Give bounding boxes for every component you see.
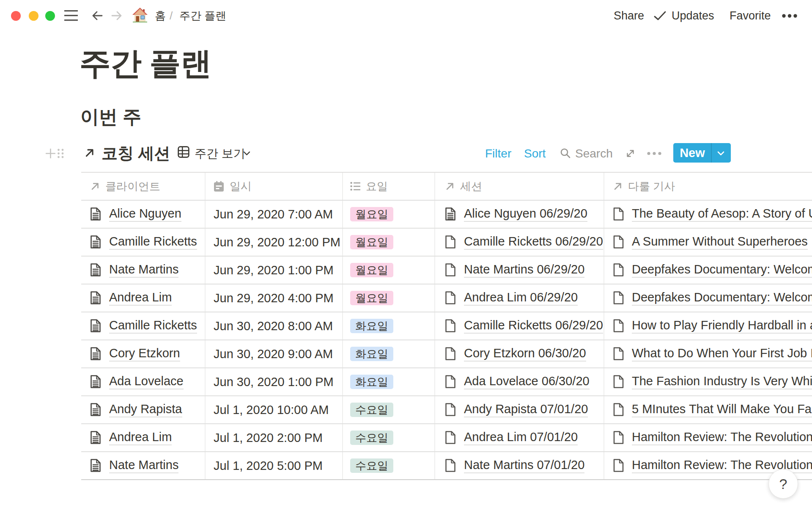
table-view-icon	[178, 146, 189, 158]
filter-button[interactable]: Filter	[485, 146, 511, 161]
view-switcher[interactable]: 주간 보기	[195, 146, 245, 161]
article-cell[interactable]: 5 MInutes That Will Make You Fall	[604, 396, 812, 423]
breadcrumb-home[interactable]: 홈	[155, 9, 166, 22]
date-cell[interactable]: Jun 29, 2020 4:00 PM	[206, 284, 343, 312]
session-cell[interactable]: Camille Ricketts 06/29/20	[435, 229, 604, 256]
article-cell[interactable]: Deepfakes Documentary: Welcome	[604, 257, 812, 284]
new-button[interactable]: New	[673, 143, 731, 163]
sidebar-menu-icon[interactable]	[64, 10, 79, 21]
session-cell[interactable]: Alice Nguyen 06/29/20	[435, 201, 604, 228]
article-cell[interactable]: A Summer Without Superheroes	[604, 229, 812, 256]
date-cell[interactable]: Jul 1, 2020 5:00 PM	[206, 452, 343, 479]
more-options-icon[interactable]	[782, 14, 799, 18]
day-cell[interactable]: 수요일	[343, 452, 435, 479]
client-cell[interactable]: Nate Martins	[81, 257, 206, 284]
new-chevron-icon[interactable]	[717, 151, 724, 156]
document-icon	[90, 291, 101, 305]
article-cell[interactable]: Deepfakes Documentary: Welcome	[604, 284, 812, 312]
add-block-icon[interactable]	[46, 149, 55, 158]
day-cell[interactable]: 수요일	[343, 424, 435, 451]
column-header-1[interactable]: 일시	[206, 173, 343, 200]
day-tag: 월요일	[350, 291, 393, 305]
day-cell[interactable]: 화요일	[343, 368, 435, 395]
help-button[interactable]: ?	[768, 469, 798, 499]
column-header-label: 세션	[460, 179, 482, 194]
date-cell[interactable]: Jun 29, 2020 1:00 PM	[206, 257, 343, 284]
share-button[interactable]: Share	[614, 9, 644, 22]
collection-title[interactable]: 코칭 세션	[102, 143, 170, 164]
client-cell[interactable]: Ada Lovelace	[81, 368, 206, 395]
date-cell[interactable]: Jul 1, 2020 10:00 AM	[206, 396, 343, 423]
day-tag: 수요일	[350, 458, 393, 473]
date-cell[interactable]: Jun 30, 2020 1:00 PM	[206, 368, 343, 395]
date-cell[interactable]: Jul 1, 2020 2:00 PM	[206, 424, 343, 451]
session-cell[interactable]: Andrea Lim 07/01/20	[435, 424, 604, 451]
page-icon	[613, 263, 624, 277]
document-icon	[90, 375, 101, 389]
client-cell[interactable]: Cory Etzkorn	[81, 340, 206, 367]
new-button-divider	[711, 143, 712, 163]
day-cell[interactable]: 월요일	[343, 201, 435, 228]
session-cell[interactable]: Nate Martins 07/01/20	[435, 452, 604, 479]
forward-icon[interactable]	[111, 10, 123, 21]
expand-icon[interactable]	[625, 148, 636, 159]
table-row: Alice Nguyen Jun 29, 2020 7:00 AM 월요일 Al…	[81, 201, 812, 229]
session-cell[interactable]: Cory Etzkorn 06/30/20	[435, 340, 604, 367]
article-cell[interactable]: How to Play Friendly Hardball in a	[604, 312, 812, 340]
article-cell[interactable]: The Fashion Industry Is Very White	[604, 368, 812, 395]
column-header-3[interactable]: 세션	[435, 173, 604, 200]
page-icon	[613, 207, 624, 221]
date-cell[interactable]: Jun 30, 2020 9:00 AM	[206, 340, 343, 367]
day-cell[interactable]: 화요일	[343, 340, 435, 367]
client-cell[interactable]: Andy Rapista	[81, 396, 206, 423]
session-cell[interactable]: Nate Martins 06/29/20	[435, 257, 604, 284]
drag-handle-icon[interactable]	[57, 148, 65, 159]
table-row: Cory Etzkorn Jun 30, 2020 9:00 AM 화요일 Co…	[81, 340, 812, 368]
client-cell[interactable]: Nate Martins	[81, 452, 206, 479]
search-icon[interactable]	[560, 148, 571, 159]
column-header-label: 요일	[366, 179, 388, 194]
document-icon	[90, 319, 101, 333]
session-cell[interactable]: Andy Rapista 07/01/20	[435, 396, 604, 423]
column-header-0[interactable]: 클라이언트	[81, 173, 206, 200]
day-cell[interactable]: 수요일	[343, 396, 435, 423]
session-cell[interactable]: Andrea Lim 06/29/20	[435, 284, 604, 312]
client-cell[interactable]: Camille Ricketts	[81, 312, 206, 340]
updates-check-icon	[653, 11, 667, 22]
session-cell[interactable]: Camille Ricketts 06/29/20	[435, 312, 604, 340]
breadcrumb-page[interactable]: 주간 플랜	[179, 9, 226, 22]
date-cell[interactable]: Jun 29, 2020 12:00 PM	[206, 229, 343, 256]
back-icon[interactable]	[91, 10, 103, 21]
table-row: Andrea Lim Jul 1, 2020 2:00 PM 수요일 Andre…	[81, 424, 812, 452]
day-cell[interactable]: 월요일	[343, 257, 435, 284]
traffic-light-minimize[interactable]	[29, 11, 38, 21]
client-cell[interactable]: Camille Ricketts	[81, 229, 206, 256]
column-header-label: 클라이언트	[105, 179, 160, 194]
article-cell[interactable]: The Beauty of Aesop: A Story of U	[604, 201, 812, 228]
article-cell[interactable]: Hamilton Review: The Revolution,	[604, 424, 812, 451]
article-cell[interactable]: What to Do When Your First Job Is	[604, 340, 812, 367]
section-heading: 이번 주	[80, 105, 141, 130]
day-tag: 월요일	[350, 263, 393, 277]
page-icon	[613, 375, 624, 389]
new-button-label[interactable]: New	[673, 146, 711, 160]
day-cell[interactable]: 월요일	[343, 229, 435, 256]
column-header-2[interactable]: 요일	[343, 173, 435, 200]
updates-button[interactable]: Updates	[672, 9, 714, 22]
sort-button[interactable]: Sort	[524, 146, 546, 161]
favorite-button[interactable]: Favorite	[730, 9, 771, 22]
client-cell[interactable]: Andrea Lim	[81, 424, 206, 451]
day-cell[interactable]: 월요일	[343, 284, 435, 312]
date-cell[interactable]: Jun 29, 2020 7:00 AM	[206, 201, 343, 228]
table-more-icon[interactable]	[647, 152, 662, 155]
date-cell[interactable]: Jun 30, 2020 8:00 AM	[206, 312, 343, 340]
traffic-light-zoom[interactable]	[45, 11, 55, 21]
session-cell[interactable]: Ada Lovelace 06/30/20	[435, 368, 604, 395]
client-cell[interactable]: Andrea Lim	[81, 284, 206, 312]
search-button[interactable]: Search	[575, 146, 613, 161]
column-header-4[interactable]: 다룰 기사	[604, 173, 812, 200]
traffic-light-close[interactable]	[11, 11, 21, 21]
day-cell[interactable]: 화요일	[343, 312, 435, 340]
client-cell[interactable]: Alice Nguyen	[81, 201, 206, 228]
table-row: Nate Martins Jun 29, 2020 1:00 PM 월요일 Na…	[81, 257, 812, 284]
